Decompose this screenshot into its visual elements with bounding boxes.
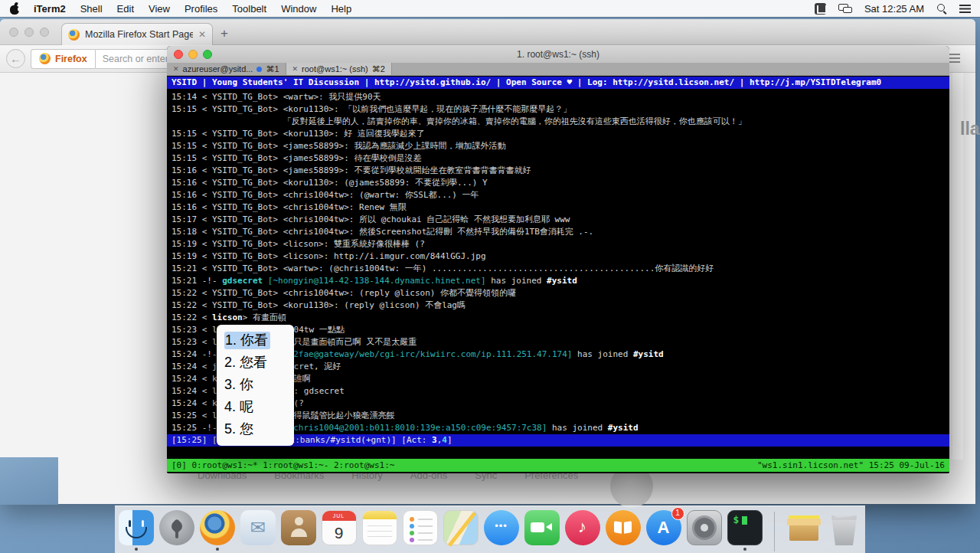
chat-segment: 得鼠鬚管比起小狼毫漂亮餒 — [294, 411, 395, 420]
chat-segment: 15:24 < k — [172, 374, 217, 384]
tab-shortcut: ⌘1 — [266, 64, 279, 74]
notification-center-icon[interactable] — [959, 4, 971, 13]
facetime-dock-item[interactable] — [524, 510, 560, 545]
iterm-tab-bar: ✕azureuser@ysitd...⌘1✕root@ws1:~ (ssh)⌘2 — [167, 63, 949, 76]
ime-candidate-2[interactable]: 2. 您看 — [224, 352, 294, 374]
trash-icon[interactable] — [827, 510, 862, 545]
ime-candidate-1[interactable]: 1. 你看 — [224, 329, 294, 352]
reminders-dock-item[interactable] — [403, 510, 438, 545]
calendar-icon[interactable]: JUL9 — [322, 510, 357, 545]
mail-dock-item[interactable] — [240, 510, 276, 545]
maps-icon[interactable] — [443, 510, 479, 545]
menu-clock[interactable]: Sat 12:25 AM — [864, 3, 924, 15]
trash-dock-item[interactable] — [827, 510, 862, 545]
ime-candidate-5[interactable]: 5. 您 — [224, 418, 294, 440]
iterm-title-bar[interactable]: 1. root@ws1:~ (ssh) — [167, 46, 949, 63]
ibooks-dock-item[interactable] — [606, 510, 641, 545]
ime-candidate-text: 2. 您看 — [224, 355, 267, 370]
itunes-dock-item[interactable] — [565, 510, 600, 545]
chat-line: 15:22 < licson> 有畫面頓 — [167, 312, 949, 324]
chat-segment: 15:15 < YSITD_TG_Bot> <koru1130>: 好 這回復我… — [172, 129, 425, 139]
iterm-tab-1[interactable]: ✕azureuser@ysitd...⌘1 — [167, 63, 286, 75]
chat-segment: > 有畫面頓 — [243, 312, 286, 322]
ibooks-icon[interactable] — [606, 510, 641, 545]
chat-segment: 15:21 -!- — [172, 276, 222, 286]
irc-input-line[interactable]: [#ysitd] nei hon — [167, 447, 949, 459]
menu-item-view[interactable]: View — [149, 3, 170, 15]
chat-segment: 15:14 < YSITD_TG_Bot> <wartw>: 我只提供90天 — [172, 92, 381, 102]
apple-menu-icon[interactable] — [9, 3, 20, 15]
messages-icon[interactable] — [484, 510, 519, 545]
chat-segment: 15:24 < l — [172, 386, 217, 396]
tab-close-icon[interactable]: ✕ — [173, 65, 179, 73]
tab-close-icon[interactable]: ✕ — [292, 65, 299, 73]
chat-segment: 15:24 < j — [172, 362, 217, 371]
launchpad-icon[interactable] — [159, 510, 194, 545]
chat-segment: [~hongyin@114-42-138-144.dynamic.hinet.n… — [268, 276, 486, 286]
iterm-tab-2[interactable]: ✕root@ws1:~ (ssh)⌘2 — [286, 63, 392, 75]
spotlight-icon[interactable] — [936, 3, 947, 14]
chat-segment: 15:25 < l — [172, 411, 217, 420]
iterm-icon[interactable] — [727, 510, 763, 545]
menu-item-shell[interactable]: Shell — [80, 3, 103, 15]
finder-dock-item[interactable] — [119, 510, 154, 551]
mail-icon[interactable] — [240, 510, 276, 545]
iterm-dock-item[interactable] — [727, 510, 763, 551]
chat-segment: 「反對延後上學的人，請賣掉你的車、賣掉你的冰箱、賣掉你的電腦，你的祖先沒有這些東… — [172, 116, 746, 126]
contacts-icon[interactable] — [281, 510, 316, 545]
itunes-icon[interactable] — [565, 510, 600, 545]
desktop-wallpaper-patch — [0, 457, 58, 505]
finder-icon[interactable] — [119, 510, 154, 545]
menu-item-edit[interactable]: Edit — [117, 3, 134, 15]
firefox-brand-button[interactable]: Firefox — [31, 49, 95, 69]
contacts-dock-item[interactable] — [281, 510, 316, 545]
firefox-mini-icon — [39, 53, 51, 64]
chat-segment: 15:19 < YSITD_TG_Bot> <licson>: 雙重系統好像很棒… — [172, 239, 425, 249]
appstore-dock-item[interactable]: 1 — [646, 510, 681, 545]
close-window-button[interactable] — [174, 50, 183, 59]
system-preferences-dock-item[interactable] — [687, 510, 722, 545]
chat-line: 15:15 < YSITD_TG_Bot> <koru1130>: 好 這回復我… — [167, 128, 949, 140]
notes-icon[interactable] — [362, 510, 397, 545]
ime-candidate-text: 3. 你 — [224, 377, 253, 392]
minimize-window-button[interactable] — [188, 50, 198, 59]
chat-line: 15:19 < YSITD_TG_Bot> <licson>: 雙重系統好像很棒… — [167, 238, 949, 250]
system-preferences-icon[interactable] — [687, 510, 722, 545]
calendar-dock-item[interactable]: JUL9 — [322, 510, 357, 545]
new-tab-button[interactable]: + — [220, 26, 228, 41]
launchpad-dock-item[interactable] — [159, 510, 194, 545]
displays-icon[interactable] — [838, 4, 852, 14]
menu-app-name[interactable]: iTerm2 — [34, 3, 66, 15]
messages-dock-item[interactable] — [484, 510, 519, 545]
appstore-icon[interactable]: 1 — [646, 510, 681, 545]
menu-item-profiles[interactable]: Profiles — [185, 3, 217, 15]
maps-dock-item[interactable] — [443, 510, 479, 545]
iterm-traffic-lights[interactable] — [174, 50, 212, 59]
chat-segment: cret, 泥好 — [294, 362, 341, 371]
chat-segment: 15:21 < YSITD_TG_Bot> <wartw>: (@chris10… — [172, 263, 714, 273]
menu-item-toolbelt[interactable]: Toolbelt — [232, 3, 266, 15]
zoom-window-button[interactable] — [203, 50, 212, 59]
menu-item-help[interactable]: Help — [331, 3, 351, 15]
menu-item-window[interactable]: Window — [281, 3, 316, 15]
reminders-icon[interactable] — [403, 510, 438, 545]
ime-candidate-3[interactable]: 3. 你 — [224, 374, 294, 396]
notes-dock-item[interactable] — [362, 510, 397, 545]
firefox-dock-item[interactable] — [200, 510, 235, 551]
firefox-tab[interactable]: Mozilla Firefox Start Page ✕ — [61, 23, 213, 45]
firefox-icon[interactable] — [200, 510, 235, 545]
back-button[interactable]: ← — [6, 49, 25, 68]
chat-segment: 15:15 < YSITD_TG_Bot> <koru1130>: 「以前我們也… — [172, 104, 571, 114]
chat-segment: #ysitd — [608, 423, 639, 433]
facetime-icon[interactable] — [524, 510, 560, 545]
statusbar-segment: 2:banks/#ysitd(+gnt)] [Act: — [290, 435, 432, 445]
input-source-icon[interactable] — [815, 3, 826, 15]
chat-segment: 誰啊 — [294, 374, 311, 384]
package-dock-item[interactable] — [786, 510, 822, 545]
firefox-traffic-lights[interactable] — [9, 28, 49, 37]
package-icon[interactable] — [786, 510, 822, 545]
ime-candidate-4[interactable]: 4. 呢 — [224, 396, 294, 418]
chat-segment: licson — [212, 312, 243, 322]
chat-segment: 04tw 一點點 — [294, 325, 345, 335]
tab-close-icon[interactable]: ✕ — [198, 29, 206, 40]
